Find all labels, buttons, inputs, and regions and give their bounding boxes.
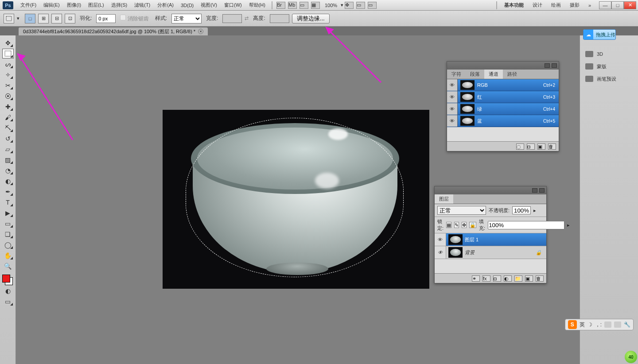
menu-window[interactable]: 窗口(W): [221, 2, 245, 8]
eye-icon[interactable]: 👁: [447, 103, 458, 115]
sel-new-icon[interactable]: □: [25, 14, 35, 23]
tab-paths[interactable]: 路径: [503, 70, 521, 79]
channel-blue[interactable]: 👁蓝Ctrl+5: [447, 115, 559, 127]
current-tool-icon[interactable]: [4, 14, 14, 23]
path-select-tool[interactable]: ▶: [2, 208, 14, 218]
eye-icon[interactable]: 👁: [435, 233, 446, 246]
fx-icon[interactable]: fx: [482, 275, 490, 282]
tab-character[interactable]: 字符: [447, 70, 466, 79]
person-icon[interactable]: [614, 321, 621, 328]
shape-tool[interactable]: ▭: [2, 219, 14, 228]
channel-red[interactable]: 👁红Ctrl+3: [447, 91, 559, 103]
menu-view[interactable]: 视图(V): [197, 2, 221, 8]
panel-header[interactable]: [447, 62, 559, 70]
channels-panel[interactable]: 字符 段落 通道 路径 👁RGBCtrl+2 👁红Ctrl+3 👁绿Ctrl+4…: [447, 61, 559, 151]
feather-input[interactable]: [96, 14, 116, 23]
ime-toolbar[interactable]: S 英 ☽ ，: 🔧: [565, 319, 634, 330]
keyboard-icon[interactable]: [604, 321, 611, 328]
sel-add-icon[interactable]: ⊞: [38, 14, 49, 23]
document-tab[interactable]: 0d338744ebf81a4c96365918d22a6059242da6df…: [19, 27, 208, 35]
menu-3d[interactable]: 3D(D): [177, 3, 197, 8]
arrange-icon[interactable]: ▭: [356, 2, 365, 9]
blend-mode-select[interactable]: 正常: [437, 206, 486, 215]
minibridge-icon[interactable]: Mb: [288, 2, 297, 9]
sel-sub-icon[interactable]: ⊟: [51, 14, 62, 23]
layer-row[interactable]: 👁 图层 1: [435, 233, 546, 246]
layer-name[interactable]: 背景: [465, 249, 475, 256]
eyedropper-tool[interactable]: ⦿: [2, 91, 14, 101]
upload-widget[interactable]: ☁ 拖拽上传: [583, 29, 616, 40]
menu-file[interactable]: 文件(F): [17, 2, 40, 8]
lock-paint-icon[interactable]: ✎: [454, 222, 459, 228]
channel-rgb[interactable]: 👁RGBCtrl+2: [447, 79, 559, 91]
ws-essentials[interactable]: 基本功能: [500, 2, 528, 8]
layer-name[interactable]: 图层 1: [465, 236, 478, 243]
pen-tool[interactable]: ✒: [2, 187, 14, 197]
collapsed-brush[interactable]: 画笔预设: [580, 73, 638, 85]
foreground-color[interactable]: [2, 275, 10, 283]
sogou-icon[interactable]: S: [568, 320, 577, 329]
zoom-level[interactable]: 100%: [321, 3, 341, 8]
screen-mode-icon[interactable]: ▭: [300, 2, 308, 9]
ws-more-icon[interactable]: »: [584, 3, 595, 8]
marquee-tool[interactable]: [2, 49, 14, 58]
ws-photography[interactable]: 摄影: [565, 2, 584, 8]
bridge-icon[interactable]: Br: [276, 2, 285, 9]
hand-tool[interactable]: ✋: [2, 251, 14, 260]
extras-icon[interactable]: ▦: [311, 2, 320, 9]
menu-edit[interactable]: 编辑(E): [40, 2, 63, 8]
group-icon[interactable]: 📁: [514, 275, 522, 282]
adjustment-icon[interactable]: ◐: [504, 275, 512, 282]
color-swatches[interactable]: [2, 275, 14, 285]
eye-icon[interactable]: 👁: [435, 246, 446, 259]
notification-badge[interactable]: 40: [625, 351, 637, 363]
type-tool[interactable]: T: [2, 197, 14, 207]
menu-help[interactable]: 帮助(H): [245, 2, 269, 8]
opacity-input[interactable]: [512, 206, 531, 214]
history-brush-tool[interactable]: ↺: [2, 134, 14, 143]
crop-tool[interactable]: ✂: [2, 81, 14, 90]
magic-wand-tool[interactable]: ✧: [2, 70, 14, 80]
link-icon[interactable]: ⚭: [472, 275, 480, 282]
hand-icon[interactable]: ✥: [345, 2, 354, 9]
sel-intersect-icon[interactable]: ⊡: [65, 14, 75, 23]
collapsed-mask[interactable]: 蒙版: [580, 60, 638, 73]
zoom-tool[interactable]: 🔍: [2, 261, 14, 271]
menu-analysis[interactable]: 分析(A): [154, 2, 177, 8]
menu-image[interactable]: 图像(I): [63, 2, 85, 8]
stamp-tool[interactable]: ⛏: [2, 123, 14, 133]
menu-select[interactable]: 选择(S): [108, 2, 131, 8]
gradient-tool[interactable]: ▨: [2, 155, 14, 165]
channel-green[interactable]: 👁绿Ctrl+4: [447, 103, 559, 115]
eye-icon[interactable]: 👁: [447, 79, 458, 91]
panel-header[interactable]: [435, 186, 546, 194]
3d-camera-tool[interactable]: ◯: [2, 240, 14, 250]
window-minimize[interactable]: —: [599, 1, 611, 9]
move-tool[interactable]: ✥: [2, 38, 14, 48]
window-close[interactable]: ✕: [624, 1, 636, 9]
menu-layer[interactable]: 图层(L): [85, 2, 107, 8]
lock-move-icon[interactable]: ✥: [462, 222, 467, 228]
lasso-tool[interactable]: ᔕ: [2, 59, 14, 69]
fill-input[interactable]: [488, 221, 564, 229]
half-moon-icon[interactable]: ☽: [587, 321, 592, 328]
wrench-icon[interactable]: 🔧: [624, 321, 630, 328]
blur-tool[interactable]: ◔: [2, 166, 14, 175]
load-sel-icon[interactable]: ◌: [516, 143, 524, 150]
style-select[interactable]: 正常: [171, 14, 202, 23]
ws-design[interactable]: 设计: [528, 2, 547, 8]
document-canvas[interactable]: [163, 110, 429, 289]
healing-tool[interactable]: ✚: [2, 102, 14, 112]
doc-arrange-icon[interactable]: ▭: [368, 2, 377, 9]
quick-mask-toggle[interactable]: ◐: [2, 286, 14, 296]
close-tab-icon[interactable]: ×: [198, 29, 203, 34]
ime-lang[interactable]: 英: [580, 321, 585, 329]
refine-edge-button[interactable]: 调整边缘...: [292, 14, 330, 23]
eye-icon[interactable]: 👁: [447, 115, 458, 127]
menu-filter[interactable]: 滤镜(T): [131, 2, 154, 8]
save-sel-icon[interactable]: ◘: [527, 143, 535, 150]
lock-trans-icon[interactable]: ▦: [446, 222, 451, 228]
tab-layers[interactable]: 图层: [435, 194, 453, 204]
tab-channels[interactable]: 通道: [484, 70, 503, 79]
ws-painting[interactable]: 绘画: [547, 2, 565, 8]
